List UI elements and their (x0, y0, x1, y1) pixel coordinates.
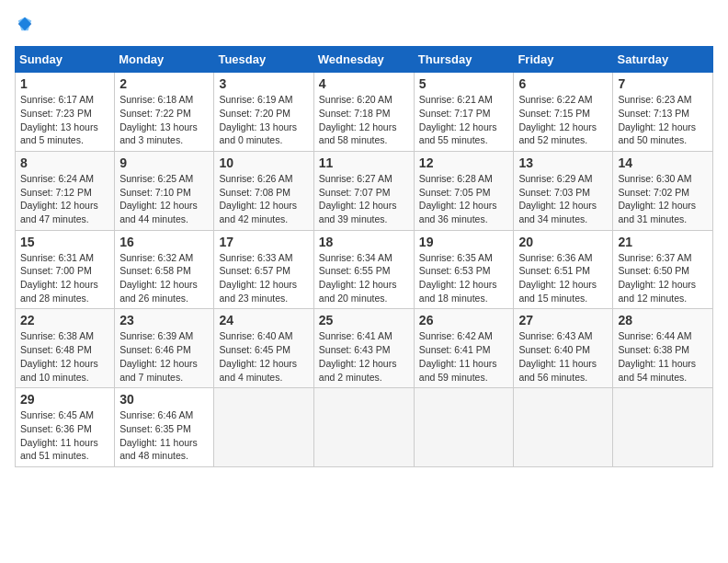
calendar-cell: 19 Sunrise: 6:35 AMSunset: 6:53 PMDaylig… (414, 230, 514, 309)
calendar-cell: 29 Sunrise: 6:45 AMSunset: 6:36 PMDaylig… (16, 388, 115, 467)
day-detail: Sunrise: 6:40 AMSunset: 6:45 PMDaylight:… (219, 329, 308, 384)
week-row-1: 1 Sunrise: 6:17 AMSunset: 7:23 PMDayligh… (16, 73, 713, 152)
calendar-cell: 6 Sunrise: 6:22 AMSunset: 7:15 PMDayligh… (514, 73, 613, 152)
day-number: 23 (119, 313, 209, 327)
day-detail: Sunrise: 6:38 AMSunset: 6:48 PMDaylight:… (20, 329, 109, 384)
day-detail: Sunrise: 6:36 AMSunset: 6:51 PMDaylight:… (518, 251, 608, 305)
calendar-cell: 20 Sunrise: 6:36 AMSunset: 6:51 PMDaylig… (514, 230, 613, 309)
week-row-5: 29 Sunrise: 6:45 AMSunset: 6:36 PMDaylig… (16, 388, 713, 467)
day-number: 14 (618, 155, 708, 170)
day-number: 11 (319, 155, 409, 170)
day-number: 13 (518, 155, 608, 170)
day-detail: Sunrise: 6:24 AMSunset: 7:12 PMDaylight:… (20, 172, 109, 226)
calendar-cell: 11 Sunrise: 6:27 AMSunset: 7:07 PMDaylig… (313, 151, 414, 230)
day-detail: Sunrise: 6:35 AMSunset: 6:53 PMDaylight:… (419, 251, 509, 305)
day-detail: Sunrise: 6:29 AMSunset: 7:03 PMDaylight:… (518, 172, 608, 226)
day-detail: Sunrise: 6:33 AMSunset: 6:57 PMDaylight:… (219, 251, 308, 305)
day-detail: Sunrise: 6:41 AMSunset: 6:43 PMDaylight:… (319, 329, 409, 384)
calendar-cell: 22 Sunrise: 6:38 AMSunset: 6:48 PMDaylig… (16, 309, 115, 388)
day-detail: Sunrise: 6:34 AMSunset: 6:55 PMDaylight:… (319, 251, 409, 305)
calendar-cell: 5 Sunrise: 6:21 AMSunset: 7:17 PMDayligh… (414, 73, 514, 152)
week-row-2: 8 Sunrise: 6:24 AMSunset: 7:12 PMDayligh… (16, 151, 713, 230)
calendar-cell: 8 Sunrise: 6:24 AMSunset: 7:12 PMDayligh… (16, 151, 115, 230)
day-number: 28 (618, 313, 708, 327)
weekday-header-tuesday: Tuesday (214, 47, 313, 73)
day-number: 21 (618, 235, 708, 249)
day-number: 7 (618, 76, 708, 91)
calendar-cell: 23 Sunrise: 6:39 AMSunset: 6:46 PMDaylig… (115, 309, 214, 388)
calendar-cell: 30 Sunrise: 6:46 AMSunset: 6:35 PMDaylig… (115, 388, 214, 467)
calendar-table: SundayMondayTuesdayWednesdayThursdayFrid… (15, 46, 713, 467)
day-number: 30 (119, 392, 209, 407)
calendar-cell: 12 Sunrise: 6:28 AMSunset: 7:05 PMDaylig… (414, 151, 514, 230)
day-number: 1 (20, 76, 109, 91)
day-detail: Sunrise: 6:28 AMSunset: 7:05 PMDaylight:… (419, 172, 509, 226)
day-number: 25 (319, 313, 409, 327)
day-number: 3 (219, 76, 308, 91)
day-detail: Sunrise: 6:17 AMSunset: 7:23 PMDaylight:… (20, 93, 109, 147)
calendar-cell (313, 388, 414, 467)
calendar-cell (414, 388, 514, 467)
calendar-cell: 25 Sunrise: 6:41 AMSunset: 6:43 PMDaylig… (313, 309, 414, 388)
day-detail: Sunrise: 6:23 AMSunset: 7:13 PMDaylight:… (618, 93, 708, 147)
calendar-cell: 18 Sunrise: 6:34 AMSunset: 6:55 PMDaylig… (313, 230, 414, 309)
day-number: 18 (319, 235, 409, 249)
logo-text (15, 15, 33, 37)
calendar-cell: 13 Sunrise: 6:29 AMSunset: 7:03 PMDaylig… (514, 151, 613, 230)
day-number: 17 (219, 235, 308, 249)
calendar-cell: 14 Sunrise: 6:30 AMSunset: 7:02 PMDaylig… (613, 151, 713, 230)
day-number: 26 (419, 313, 509, 327)
calendar-cell: 28 Sunrise: 6:44 AMSunset: 6:38 PMDaylig… (613, 309, 713, 388)
calendar-cell: 3 Sunrise: 6:19 AMSunset: 7:20 PMDayligh… (214, 73, 313, 152)
week-row-4: 22 Sunrise: 6:38 AMSunset: 6:48 PMDaylig… (16, 309, 713, 388)
calendar-cell: 1 Sunrise: 6:17 AMSunset: 7:23 PMDayligh… (16, 73, 115, 152)
calendar-cell: 21 Sunrise: 6:37 AMSunset: 6:50 PMDaylig… (613, 230, 713, 309)
weekday-header-friday: Friday (514, 47, 613, 73)
weekday-header-monday: Monday (115, 47, 214, 73)
page-header (15, 15, 713, 37)
day-detail: Sunrise: 6:39 AMSunset: 6:46 PMDaylight:… (119, 329, 209, 384)
weekday-header-saturday: Saturday (613, 47, 713, 73)
week-row-3: 15 Sunrise: 6:31 AMSunset: 7:00 PMDaylig… (16, 230, 713, 309)
day-detail: Sunrise: 6:46 AMSunset: 6:35 PMDaylight:… (119, 408, 209, 463)
calendar-cell: 26 Sunrise: 6:42 AMSunset: 6:41 PMDaylig… (414, 309, 514, 388)
day-detail: Sunrise: 6:37 AMSunset: 6:50 PMDaylight:… (618, 251, 708, 305)
calendar-cell: 9 Sunrise: 6:25 AMSunset: 7:10 PMDayligh… (115, 151, 214, 230)
day-number: 22 (20, 313, 109, 327)
logo (15, 15, 33, 37)
day-number: 19 (419, 235, 509, 249)
calendar-cell: 17 Sunrise: 6:33 AMSunset: 6:57 PMDaylig… (214, 230, 313, 309)
day-detail: Sunrise: 6:27 AMSunset: 7:07 PMDaylight:… (319, 172, 409, 226)
day-number: 27 (518, 313, 608, 327)
day-number: 15 (20, 235, 109, 249)
calendar-cell: 16 Sunrise: 6:32 AMSunset: 6:58 PMDaylig… (115, 230, 214, 309)
day-detail: Sunrise: 6:43 AMSunset: 6:40 PMDaylight:… (518, 329, 608, 384)
calendar-cell: 7 Sunrise: 6:23 AMSunset: 7:13 PMDayligh… (613, 73, 713, 152)
calendar-cell: 27 Sunrise: 6:43 AMSunset: 6:40 PMDaylig… (514, 309, 613, 388)
day-detail: Sunrise: 6:21 AMSunset: 7:17 PMDaylight:… (419, 93, 509, 147)
day-number: 20 (518, 235, 608, 249)
day-number: 4 (319, 76, 409, 91)
day-number: 6 (518, 76, 608, 91)
day-detail: Sunrise: 6:31 AMSunset: 7:00 PMDaylight:… (20, 251, 109, 305)
day-detail: Sunrise: 6:26 AMSunset: 7:08 PMDaylight:… (219, 172, 308, 226)
day-detail: Sunrise: 6:45 AMSunset: 6:36 PMDaylight:… (20, 408, 109, 463)
day-detail: Sunrise: 6:32 AMSunset: 6:58 PMDaylight:… (119, 251, 209, 305)
weekday-header-wednesday: Wednesday (313, 47, 414, 73)
day-detail: Sunrise: 6:20 AMSunset: 7:18 PMDaylight:… (319, 93, 409, 147)
calendar-cell: 24 Sunrise: 6:40 AMSunset: 6:45 PMDaylig… (214, 309, 313, 388)
calendar-cell (514, 388, 613, 467)
day-number: 10 (219, 155, 308, 170)
day-detail: Sunrise: 6:22 AMSunset: 7:15 PMDaylight:… (518, 93, 608, 147)
day-detail: Sunrise: 6:42 AMSunset: 6:41 PMDaylight:… (419, 329, 509, 384)
weekday-header-sunday: Sunday (16, 47, 115, 73)
calendar-cell (613, 388, 713, 467)
calendar-cell: 4 Sunrise: 6:20 AMSunset: 7:18 PMDayligh… (313, 73, 414, 152)
calendar-cell: 2 Sunrise: 6:18 AMSunset: 7:22 PMDayligh… (115, 73, 214, 152)
day-number: 16 (119, 235, 209, 249)
day-number: 5 (419, 76, 509, 91)
day-detail: Sunrise: 6:19 AMSunset: 7:20 PMDaylight:… (219, 93, 308, 147)
day-detail: Sunrise: 6:30 AMSunset: 7:02 PMDaylight:… (618, 172, 708, 226)
calendar-cell: 10 Sunrise: 6:26 AMSunset: 7:08 PMDaylig… (214, 151, 313, 230)
day-number: 9 (119, 155, 209, 170)
